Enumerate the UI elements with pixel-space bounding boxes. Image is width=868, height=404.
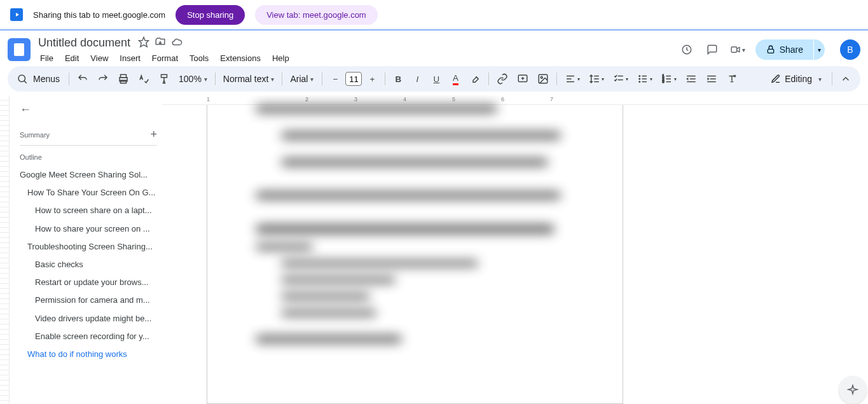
outline-back-icon[interactable]: ← [20, 103, 157, 116]
share-button-group: Share ▾ [755, 39, 825, 60]
blurred-content [256, 225, 555, 233]
share-dropdown[interactable]: ▾ [814, 39, 825, 60]
outline-item[interactable]: Google Meet Screen Sharing Sol... [20, 166, 157, 184]
style-select[interactable]: Normal text [219, 71, 279, 87]
bulleted-list-button[interactable]: ▾ [633, 70, 656, 88]
checklist-button[interactable]: ▾ [609, 70, 632, 88]
sharing-text: Sharing this tab to meet.google.com [33, 10, 165, 20]
share-button[interactable]: Share [755, 39, 813, 60]
explore-button[interactable] [839, 376, 867, 404]
insert-image-button[interactable] [534, 70, 553, 88]
title-bar: Untitled document File Edit View Insert … [0, 31, 868, 66]
align-button[interactable]: ▾ [561, 70, 584, 88]
outline-item[interactable]: Basic checks [20, 256, 157, 274]
blurred-content [256, 335, 402, 343]
sharing-bar: Sharing this tab to meet.google.com Stop… [0, 0, 868, 31]
link-button[interactable] [493, 70, 512, 88]
decrease-font-button[interactable]: − [326, 70, 344, 88]
comments-icon[interactable] [705, 42, 720, 57]
outline-item[interactable]: Troubleshooting Screen Sharing... [20, 238, 157, 256]
outline-item[interactable]: How to screen share on a lapt... [20, 202, 157, 219]
highlight-button[interactable] [465, 70, 485, 88]
ruler-num: 4 [403, 96, 406, 102]
blurred-content [281, 158, 548, 166]
menu-insert[interactable]: Insert [115, 52, 145, 64]
docs-app-icon[interactable] [8, 38, 31, 61]
separator [282, 73, 282, 85]
separator [832, 73, 832, 85]
cloud-icon[interactable] [171, 36, 183, 50]
add-summary-button[interactable]: + [150, 128, 157, 141]
separator [556, 73, 557, 85]
menu-view[interactable]: View [86, 52, 113, 64]
outline-item[interactable]: Enable screen recording for y... [20, 328, 157, 345]
increase-indent-button[interactable] [702, 70, 721, 88]
outline-item[interactable]: How to share your screen on ... [20, 220, 157, 238]
underline-button[interactable]: U [427, 70, 445, 88]
outline-item[interactable]: How To Share Your Screen On G... [20, 184, 157, 202]
doc-title[interactable]: Untitled document [36, 35, 133, 51]
summary-row: Summary + [20, 124, 157, 146]
outline-item[interactable]: Video drivers update might be... [20, 310, 157, 328]
menu-tools[interactable]: Tools [185, 52, 213, 64]
ruler-num: 7 [550, 96, 553, 102]
add-comment-button[interactable] [513, 70, 532, 88]
summary-label: Summary [20, 131, 50, 139]
avatar[interactable]: B [840, 39, 860, 60]
style-value: Normal text [223, 74, 269, 84]
blurred-content [281, 260, 478, 267]
line-spacing-button[interactable]: ▾ [585, 70, 608, 88]
horizontal-ruler[interactable]: 1 2 3 4 5 6 7 [162, 95, 868, 105]
collapse-toolbar-button[interactable] [836, 70, 855, 88]
outline-panel: ← Summary + Outline Google Meet Screen S… [10, 95, 162, 404]
history-icon[interactable] [679, 42, 694, 57]
editing-mode-button[interactable]: Editing [764, 71, 828, 87]
separator [215, 73, 216, 85]
ruler-num: 3 [354, 96, 357, 102]
outline-item[interactable]: Permission for camera and m... [20, 291, 157, 309]
title-section: Untitled document File Edit View Insert … [36, 35, 679, 64]
spellcheck-button[interactable] [134, 70, 153, 88]
outline-item[interactable]: Restart or update your brows... [20, 274, 157, 291]
font-select[interactable]: Arial [286, 71, 318, 87]
undo-button[interactable] [73, 70, 92, 88]
print-button[interactable] [114, 70, 133, 88]
svg-point-9 [541, 76, 543, 78]
blurred-content [281, 132, 561, 139]
clear-formatting-button[interactable] [722, 70, 741, 88]
paint-format-button[interactable] [155, 70, 174, 88]
menu-format[interactable]: Format [148, 52, 183, 64]
search-menus-button[interactable] [13, 70, 32, 88]
content-area: ← Summary + Outline Google Meet Screen S… [0, 95, 868, 404]
font-size-input[interactable] [345, 72, 362, 86]
menu-help[interactable]: Help [268, 52, 294, 64]
star-icon[interactable] [138, 36, 149, 50]
menu-extensions[interactable]: Extensions [216, 52, 265, 64]
stop-sharing-button[interactable]: Stop sharing [176, 5, 245, 25]
redo-button[interactable] [93, 70, 113, 88]
separator [69, 73, 69, 85]
svg-rect-2 [731, 47, 737, 53]
zoom-select[interactable]: 100% [175, 71, 211, 87]
menu-edit[interactable]: Edit [60, 52, 83, 64]
italic-button[interactable]: I [408, 70, 426, 88]
separator [322, 73, 322, 85]
vertical-ruler [0, 95, 10, 404]
view-tab-button[interactable]: View tab: meet.google.com [255, 5, 378, 25]
svg-point-15 [639, 81, 640, 83]
outline-item-active[interactable]: What to do if nothing works [20, 345, 157, 363]
svg-marker-0 [139, 37, 149, 46]
separator [385, 73, 385, 85]
video-icon[interactable]: ▾ [730, 42, 745, 57]
decrease-indent-button[interactable] [682, 70, 701, 88]
menu-file[interactable]: File [36, 52, 58, 64]
numbered-list-button[interactable]: 123▾ [658, 70, 680, 88]
menus-label[interactable]: Menus [33, 74, 60, 84]
document-page[interactable] [207, 105, 623, 404]
text-color-button[interactable]: A [446, 70, 464, 88]
zoom-value: 100% [179, 74, 202, 84]
increase-font-button[interactable]: + [363, 70, 381, 88]
document-area: 1 2 3 4 5 6 7 [162, 95, 868, 404]
move-icon[interactable] [155, 36, 166, 50]
bold-button[interactable]: B [389, 70, 407, 88]
